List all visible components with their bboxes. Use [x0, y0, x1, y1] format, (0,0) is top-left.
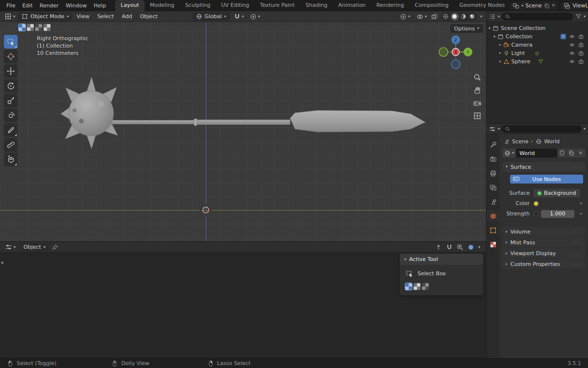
- tab-render[interactable]: [487, 154, 499, 164]
- tab-geometry-nodes[interactable]: Geometry Nodes: [454, 0, 510, 11]
- tab-scene[interactable]: [487, 196, 499, 207]
- context-dropdown[interactable]: Object ▾: [20, 243, 49, 252]
- shading-solid-button[interactable]: [451, 13, 459, 21]
- tab-texture-paint[interactable]: Texture Paint: [255, 0, 300, 11]
- menu-select[interactable]: Select: [94, 11, 117, 22]
- pan-hand-icon[interactable]: [472, 85, 483, 96]
- active-tool-row[interactable]: Select Box: [405, 269, 478, 278]
- fake-user-button[interactable]: [558, 149, 566, 158]
- menu-edit[interactable]: Edit: [19, 0, 36, 11]
- disclosure-down-icon[interactable]: ▾: [489, 26, 490, 30]
- menu-file[interactable]: File: [3, 0, 19, 11]
- pin-icon[interactable]: [51, 244, 58, 251]
- scene-browse-icon[interactable]: [513, 2, 519, 9]
- xray-toggle-icon[interactable]: [431, 13, 438, 20]
- select-mode-subtract[interactable]: [35, 24, 42, 31]
- editor-outliner-icon[interactable]: [489, 13, 496, 20]
- menu-add[interactable]: Add: [118, 11, 135, 22]
- outliner-search-input[interactable]: [512, 14, 570, 19]
- disable-render-icon[interactable]: [578, 42, 585, 48]
- color-swatch[interactable]: [534, 201, 539, 206]
- menu-render[interactable]: Render: [36, 0, 62, 11]
- panel-grip[interactable]: ····: [571, 240, 582, 245]
- hide-eye-icon[interactable]: [569, 42, 575, 48]
- world-name-field[interactable]: World: [516, 149, 557, 158]
- viewport-3d[interactable]: Right Orthographic (1) Collection 10 Cen…: [0, 22, 486, 241]
- panel-mist-pass[interactable]: ▸ Mist Pass ····: [502, 237, 585, 247]
- zoom-icon[interactable]: [472, 72, 483, 83]
- properties-search-input[interactable]: [512, 126, 579, 131]
- editor-properties-icon[interactable]: [489, 126, 496, 132]
- mesh-data-icon[interactable]: [538, 59, 543, 64]
- panel-grip[interactable]: ····: [571, 164, 582, 170]
- shading-sphere-icon[interactable]: [467, 244, 474, 251]
- surface-shader-button[interactable]: Background: [534, 189, 580, 197]
- disclosure-right-icon[interactable]: ▸: [499, 60, 501, 63]
- unlink-world-button[interactable]: ✕: [576, 149, 585, 158]
- tab-view-layer[interactable]: [487, 182, 499, 193]
- menu-view[interactable]: View: [73, 11, 93, 22]
- editor-type-button[interactable]: ▾: [2, 12, 17, 21]
- menu-object[interactable]: Object: [137, 11, 161, 22]
- shading-wireframe-button[interactable]: [442, 13, 450, 21]
- editor-type-button[interactable]: ▾: [3, 243, 18, 252]
- gizmo-y-neg-axis[interactable]: [439, 48, 448, 56]
- decorator-dot-icon[interactable]: •: [580, 200, 585, 207]
- menu-help[interactable]: Help: [90, 0, 109, 11]
- decorator-dot-icon[interactable]: •: [580, 210, 585, 217]
- grid-snap-icon[interactable]: [457, 244, 464, 251]
- snap-icon[interactable]: [446, 244, 453, 251]
- show-gizmo-toggle[interactable]: ▾: [398, 12, 412, 21]
- disable-render-icon[interactable]: [578, 33, 585, 40]
- orientation-dropdown[interactable]: Global ▾: [193, 12, 230, 21]
- outliner-search[interactable]: [502, 13, 573, 21]
- shading-rendered-button[interactable]: [468, 13, 476, 21]
- tab-tool[interactable]: [487, 139, 499, 150]
- region-expand-icon[interactable]: ▸: [1, 260, 4, 265]
- object-label[interactable]: Camera: [512, 42, 533, 48]
- tool-cursor[interactable]: [4, 50, 18, 63]
- tab-shading[interactable]: Shading: [300, 0, 333, 11]
- tab-rendering[interactable]: Rendering: [371, 0, 409, 11]
- tab-world[interactable]: [487, 210, 499, 221]
- tab-object[interactable]: [487, 225, 499, 236]
- chevron-down-icon[interactable]: ▾: [478, 245, 480, 249]
- new-world-button[interactable]: [567, 149, 576, 158]
- tab-layout[interactable]: Layout: [115, 0, 144, 11]
- disable-render-icon[interactable]: [578, 58, 585, 65]
- panel-viewport-display[interactable]: ▸ Viewport Display ····: [502, 248, 585, 258]
- snap-toggle[interactable]: ▾: [232, 12, 246, 21]
- tool-add-cube[interactable]: [4, 153, 18, 166]
- outliner-row-camera[interactable]: ▸ Camera: [487, 41, 588, 49]
- arrow-up-icon[interactable]: [435, 244, 442, 251]
- disclosure-right-icon[interactable]: ▸: [499, 43, 501, 47]
- tool-mode-new[interactable]: [405, 283, 412, 290]
- tool-rotate[interactable]: [4, 79, 18, 93]
- hide-eye-icon[interactable]: [569, 50, 575, 56]
- menu-window[interactable]: Window: [62, 0, 90, 11]
- shading-options-chevron-icon[interactable]: ▾: [480, 15, 482, 19]
- disclosure-right-icon[interactable]: ▸: [499, 52, 501, 55]
- outliner-row-sphere[interactable]: ▸ Sphere: [487, 57, 588, 66]
- surface-panel-header[interactable]: ▾ Surface ····: [502, 162, 585, 172]
- tab-animation[interactable]: Animation: [333, 0, 371, 11]
- tab-sculpting[interactable]: Sculpting: [180, 0, 216, 11]
- panel-grip[interactable]: ····: [571, 262, 582, 267]
- tab-texture[interactable]: [487, 239, 499, 250]
- breadcrumb-scene[interactable]: Scene: [512, 138, 529, 145]
- tool-mode-extend[interactable]: [414, 283, 420, 290]
- disable-render-icon[interactable]: [578, 50, 585, 56]
- mode-dropdown[interactable]: Object Mode ▾: [18, 12, 72, 21]
- light-data-icon[interactable]: [535, 51, 539, 56]
- tab-uv-editing[interactable]: UV Editing: [216, 0, 254, 11]
- scene-collection-label[interactable]: Scene Collection: [501, 25, 545, 31]
- collection-label[interactable]: Collection: [506, 33, 532, 40]
- panel-grip[interactable]: ····: [571, 251, 582, 256]
- viewlayer-name[interactable]: ViewLayer: [572, 2, 588, 9]
- select-mode-new[interactable]: [19, 24, 25, 31]
- collection-checkbox[interactable]: ✓: [561, 34, 566, 39]
- proportional-edit-toggle[interactable]: ▾: [248, 12, 262, 21]
- chevron-down-icon[interactable]: ▾: [584, 127, 586, 131]
- scene-selector[interactable]: ▾ Scene ✕: [510, 1, 558, 10]
- panel-custom-properties[interactable]: ▸ Custom Properties ····: [502, 259, 585, 269]
